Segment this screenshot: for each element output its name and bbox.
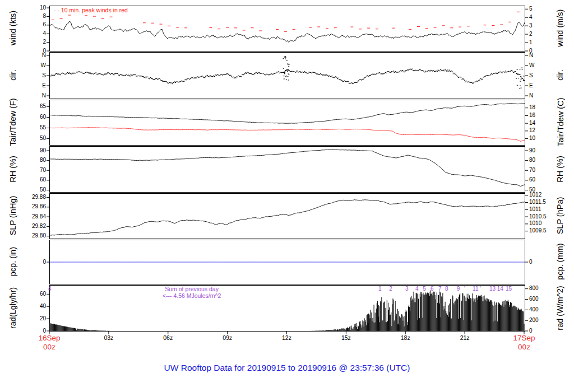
y-tick-label-left: W — [21, 62, 46, 68]
mjoules-marker: 5 — [423, 286, 426, 292]
y-axis-label-text: wind (m/s) — [556, 10, 564, 47]
panel-rad — [49, 285, 525, 332]
y-axis-label-text: dir. — [8, 69, 17, 80]
y-tick-label-left: 29.82 — [21, 223, 46, 229]
rad-plot — [50, 286, 525, 331]
mjoules-marker: 7 — [438, 286, 442, 292]
x-tick-label: 06z — [156, 334, 180, 341]
panel-rh — [49, 146, 525, 193]
panel-pcp — [49, 240, 525, 284]
mjoules-marker: 9 — [457, 286, 460, 292]
mjoules-marker: ' — [480, 286, 481, 292]
y-axis-label-right: pcp. (mm) — [548, 240, 572, 283]
air-temperature-f — [50, 104, 525, 124]
y-tick-label-left: 0 — [21, 259, 46, 265]
y-tick-label-left: 80 — [21, 157, 46, 163]
slp-plot — [50, 194, 525, 239]
y-axis-label-left: RH (%) — [1, 146, 25, 192]
figure-title: UW Rooftop Data for 20190915 to 20190916… — [0, 363, 574, 373]
rh-plot — [50, 147, 525, 192]
y-axis-label-right: SLP (hPa) — [548, 193, 572, 238]
y-axis-label-text: Tair/Tdew (F) — [8, 98, 17, 146]
x-tick-label: 21z — [452, 334, 477, 341]
y-axis-label-text: RH (%) — [8, 156, 17, 183]
y-tick-label-left: 29.88 — [21, 194, 46, 200]
y-tick-label-left: 20 — [21, 315, 46, 321]
y-tick-label-left: 8 — [21, 13, 46, 19]
y-axis-label-left: rad(Lgly/hr) — [1, 285, 25, 330]
y-axis-label-left: dir. — [1, 52, 25, 98]
y-tick-label-left: 65 — [21, 103, 46, 109]
y-tick-label-left: 60 — [21, 176, 46, 183]
x-axis-date-start: 16Sep00z — [28, 334, 71, 352]
solar-radiation-wm2 — [49, 290, 524, 331]
relative-humidity-pct — [50, 150, 525, 186]
y-axis-label-right: dir. — [548, 52, 572, 98]
y-axis-label-text: rad(Lgly/hr) — [8, 287, 17, 328]
mjoules-marker: 4 — [48, 286, 52, 292]
x-tick-label: 09z — [215, 334, 240, 341]
y-axis-label-text: SLP (inHg) — [8, 196, 17, 236]
y-axis-label-text: pcp. (in) — [8, 247, 17, 276]
date-line: 16Sep — [28, 334, 71, 343]
pcp-plot — [50, 240, 525, 284]
y-tick-label-left: 90 — [21, 147, 46, 153]
radiation-sum-note: Sum of previous day — [165, 286, 219, 292]
y-axis-label-text: RH (%) — [556, 156, 564, 183]
y-axis-label-text: Tair/Tdew (C) — [556, 97, 564, 146]
panel-dir — [49, 52, 525, 99]
mjoules-marker: ' — [464, 286, 465, 292]
y-tick-label-left: 29.84 — [21, 213, 46, 220]
mjoules-marker: 13 — [489, 286, 496, 292]
y-axis-label-left: SLP (inHg) — [1, 193, 25, 238]
x-tick-label: 12z — [275, 334, 299, 341]
y-axis-label-right: Tair/Tdew (C) — [548, 100, 572, 144]
y-tick-label-left: 10 — [21, 4, 46, 11]
y-tick-label-left: 0 — [21, 328, 46, 334]
x-tick-label: 15z — [334, 334, 358, 341]
y-axis-label-right: RH (%) — [548, 146, 572, 192]
y-axis-label-text: wind (kts) — [8, 11, 17, 45]
tair-plot — [50, 100, 525, 145]
mjoules-marker: 4 — [415, 286, 419, 292]
x-axis-date-end: 17Sep00z — [503, 334, 545, 352]
y-tick-label-left: 29.86 — [21, 203, 46, 209]
y-axis-label-right: wind (m/s) — [548, 6, 572, 50]
y-tick-label-left: 4 — [21, 30, 46, 36]
y-tick-label-left: 50 — [21, 186, 46, 193]
mjoules-marker: 6 — [430, 286, 434, 292]
y-axis-label-left: Tair/Tdew (F) — [1, 100, 25, 144]
y-axis-label-text: pcp. (mm) — [556, 243, 564, 279]
hour-line: 00z — [503, 343, 545, 352]
y-axis-label-text: dir. — [556, 69, 564, 80]
mjoules-marker: 3 — [405, 286, 409, 292]
y-tick-label-left: N — [21, 92, 46, 99]
radiation-sum-note: <--- 4.56 MJoules/m^2 — [163, 292, 221, 299]
y-tick-label-left: 55 — [21, 124, 46, 130]
mjoules-marker: 14 — [497, 286, 503, 292]
hour-line: 00z — [28, 343, 71, 352]
y-tick-label-left: E — [21, 82, 46, 88]
peak-wind-note: - - 10 min. peak winds in red — [54, 7, 128, 13]
y-tick-label-left: 29.80 — [21, 232, 46, 239]
x-tick-label: 18z — [393, 334, 418, 341]
mjoules-marker: 1 — [378, 286, 382, 292]
x-tick-label: 03z — [96, 334, 121, 341]
dir-plot — [50, 53, 525, 99]
y-tick-label-left: 40 — [21, 303, 46, 309]
mjoules-marker: 15 — [506, 286, 512, 292]
y-tick-label-left: 6 — [21, 21, 46, 27]
y-tick-label-left: 60 — [21, 114, 46, 120]
y-axis-label-left: wind (kts) — [1, 6, 25, 50]
sea-level-pressure-inhg — [50, 200, 525, 236]
wind-average-kts — [50, 21, 525, 43]
dew-point-f — [50, 128, 525, 142]
wind-direction-deg — [49, 56, 525, 88]
y-axis-label-left: pcp. (in) — [1, 240, 25, 283]
y-tick-label-left: 70 — [21, 167, 46, 173]
panel-slp — [49, 193, 525, 239]
y-tick-label-left: S — [21, 72, 46, 78]
mjoules-marker: 8 — [445, 286, 448, 292]
panel-tair — [49, 100, 525, 146]
y-tick-label-left: 60 — [21, 291, 46, 297]
